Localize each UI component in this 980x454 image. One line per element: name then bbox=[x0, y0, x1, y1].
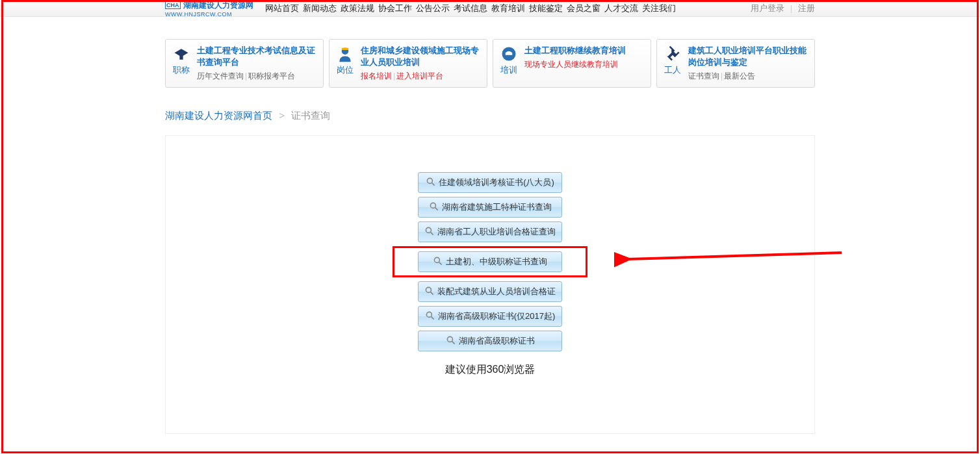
svg-line-13 bbox=[431, 292, 433, 294]
register-link[interactable]: 注册 bbox=[798, 3, 815, 14]
content-panel: 住建领域培训考核证书(八大员)湖南省建筑施工特种证书查询湖南省工人职业培训合格证… bbox=[165, 135, 815, 434]
card-icon: 培训 bbox=[498, 45, 519, 82]
cert-query-button[interactable]: 湖南省工人职业培训合格证查询 bbox=[418, 221, 562, 242]
cert-query-label: 住建领域培训考核证书(八大员) bbox=[439, 177, 554, 188]
search-icon bbox=[424, 286, 435, 298]
svg-line-9 bbox=[431, 232, 433, 234]
card-sublink[interactable]: 现场专业人员继续教育培训 bbox=[524, 60, 618, 69]
nav-item[interactable]: 人才交流 bbox=[604, 3, 638, 14]
svg-point-12 bbox=[426, 287, 431, 292]
feature-card: 岗位住房和城乡建设领域施工现场专业人员职业培训报名培训|进入培训平台 bbox=[329, 39, 487, 88]
feature-cards-row: 职称土建工程专业技术考试信息及证书查询平台历年文件查询|职称报考平台岗位住房和城… bbox=[165, 39, 815, 88]
nav-item[interactable]: 政策法规 bbox=[341, 3, 374, 14]
card-title[interactable]: 土建工程职称继续教育培训 bbox=[524, 45, 626, 57]
breadcrumb-separator: > bbox=[279, 110, 285, 121]
nav-item[interactable]: 协会工作 bbox=[378, 3, 412, 14]
topbar: CHA 湖南建设人力资源网 WWW.HNJSRCW.COM 网站首页新闻动态政策… bbox=[0, 0, 980, 17]
svg-line-7 bbox=[435, 207, 437, 210]
card-sublink[interactable]: 证书查询 bbox=[688, 71, 719, 81]
card-sublink[interactable]: 报名培训 bbox=[361, 71, 392, 81]
card-sublink[interactable]: 进入培训平台 bbox=[396, 71, 443, 81]
svg-line-11 bbox=[439, 262, 442, 264]
svg-point-8 bbox=[426, 227, 431, 233]
search-icon bbox=[426, 177, 436, 189]
cert-query-label: 湖南省高级职称证书 bbox=[459, 335, 535, 347]
card-sublink[interactable]: 历年文件查询 bbox=[197, 71, 244, 81]
cert-query-button[interactable]: 湖南省高级职称证书 bbox=[418, 331, 562, 351]
logo-badge: CHA bbox=[165, 1, 181, 9]
cert-query-label: 装配式建筑从业人员培训合格证 bbox=[437, 286, 556, 297]
main-nav: 网站首页新闻动态政策法规协会工作公告公示考试信息教育培训技能鉴定会员之窗人才交流… bbox=[265, 3, 676, 14]
nav-item[interactable]: 关注我们 bbox=[642, 3, 676, 14]
card-title[interactable]: 建筑工人职业培训平台职业技能岗位培训与鉴定 bbox=[688, 45, 808, 68]
auth-separator bbox=[791, 5, 792, 13]
card-links: 历年文件查询|职称报考平台 bbox=[197, 71, 316, 82]
cert-query-button[interactable]: 装配式建筑从业人员培训合格证 bbox=[418, 281, 562, 302]
cert-query-label: 湖南省建筑施工特种证书查询 bbox=[442, 201, 552, 213]
card-icon: 工人 bbox=[662, 45, 683, 82]
nav-item[interactable]: 新闻动态 bbox=[303, 3, 337, 14]
cert-query-button[interactable]: 湖南省高级职称证书(仅2017起) bbox=[418, 306, 562, 327]
cert-query-button[interactable]: 土建初、中级职称证书查询 bbox=[418, 251, 562, 272]
auth-links: 用户登录 注册 bbox=[751, 3, 815, 14]
cert-query-label: 湖南省高级职称证书(仅2017起) bbox=[438, 310, 556, 322]
login-link[interactable]: 用户登录 bbox=[751, 3, 784, 14]
nav-item[interactable]: 考试信息 bbox=[454, 3, 487, 14]
card-icon-label: 岗位 bbox=[337, 64, 354, 76]
search-icon bbox=[433, 256, 443, 268]
svg-point-6 bbox=[430, 203, 435, 208]
card-icon-label: 培训 bbox=[500, 64, 517, 76]
browser-hint: 建议使用360浏览器 bbox=[166, 363, 814, 377]
svg-rect-0 bbox=[179, 55, 183, 60]
search-icon bbox=[424, 226, 435, 238]
svg-point-14 bbox=[426, 312, 432, 317]
cert-query-label: 湖南省工人职业培训合格证查询 bbox=[437, 226, 556, 238]
card-title[interactable]: 住房和城乡建设领域施工现场专业人员职业培训 bbox=[361, 45, 480, 68]
card-links: 证书查询|最新公告 bbox=[688, 71, 808, 82]
search-icon bbox=[425, 310, 435, 323]
annotation-highlight-box: 土建初、中级职称证书查询 bbox=[393, 246, 587, 277]
search-icon bbox=[429, 201, 439, 214]
breadcrumb-current: 证书查询 bbox=[291, 110, 330, 121]
breadcrumb: 湖南建设人力资源网首页 > 证书查询 bbox=[165, 110, 815, 122]
svg-line-17 bbox=[452, 341, 454, 344]
card-icon-label: 职称 bbox=[173, 64, 190, 76]
nav-item[interactable]: 会员之窗 bbox=[567, 3, 600, 14]
nav-item[interactable]: 网站首页 bbox=[265, 3, 299, 14]
svg-point-16 bbox=[447, 336, 452, 342]
nav-item[interactable]: 公告公示 bbox=[416, 3, 450, 14]
cert-query-button[interactable]: 湖南省建筑施工特种证书查询 bbox=[418, 197, 562, 218]
card-links: 现场专业人员继续教育培训 bbox=[524, 59, 626, 70]
cert-query-button[interactable]: 住建领域培训考核证书(八大员) bbox=[418, 172, 562, 193]
nav-item[interactable]: 技能鉴定 bbox=[529, 3, 563, 14]
svg-point-10 bbox=[434, 257, 439, 262]
breadcrumb-home[interactable]: 湖南建设人力资源网首页 bbox=[165, 110, 272, 121]
card-icon-label: 工人 bbox=[664, 64, 681, 76]
card-sublink[interactable]: 最新公告 bbox=[724, 71, 755, 81]
logo-url: WWW.HNJSRCW.COM bbox=[165, 11, 253, 18]
cert-query-label: 土建初、中级职称证书查询 bbox=[446, 256, 547, 268]
card-icon: 岗位 bbox=[335, 45, 355, 82]
card-sublink[interactable]: 职称报考平台 bbox=[248, 71, 295, 81]
card-title[interactable]: 土建工程专业技术考试信息及证书查询平台 bbox=[197, 45, 316, 68]
site-logo[interactable]: CHA 湖南建设人力资源网 WWW.HNJSRCW.COM bbox=[165, 0, 253, 18]
nav-item[interactable]: 教育培训 bbox=[491, 3, 525, 14]
svg-rect-2 bbox=[342, 47, 349, 50]
card-links: 报名培训|进入培训平台 bbox=[361, 71, 480, 82]
feature-card: 工人建筑工人职业培训平台职业技能岗位培训与鉴定证书查询|最新公告 bbox=[656, 39, 815, 88]
card-icon: 职称 bbox=[171, 45, 192, 82]
logo-text: 湖南建设人力资源网 bbox=[183, 0, 253, 11]
feature-card: 培训土建工程职称继续教育培训现场专业人员继续教育培训 bbox=[493, 39, 651, 88]
svg-point-4 bbox=[428, 178, 433, 183]
feature-card: 职称土建工程专业技术考试信息及证书查询平台历年文件查询|职称报考平台 bbox=[165, 39, 324, 88]
search-icon bbox=[446, 335, 456, 347]
svg-line-5 bbox=[432, 183, 435, 185]
svg-line-15 bbox=[431, 316, 433, 319]
